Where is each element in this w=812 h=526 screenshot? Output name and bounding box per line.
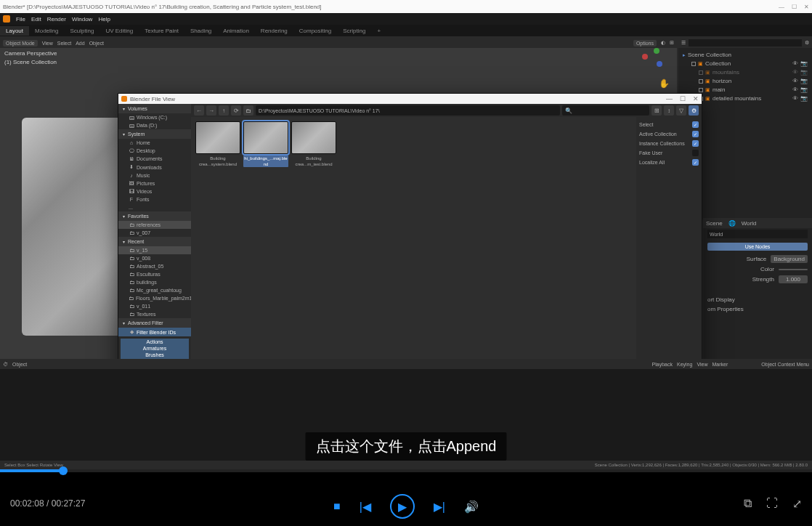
vp-menu-view[interactable]: View (42, 41, 53, 46)
tab-rendering[interactable]: Rendering (255, 26, 293, 36)
maximize-icon[interactable]: ☐ (680, 95, 686, 102)
sidebar-item[interactable]: 🗀Floors_Marble_palm2m1 (118, 294, 191, 302)
sidebar-item[interactable]: ♪Music (118, 171, 191, 179)
surface-value[interactable]: Background (771, 255, 808, 263)
pip-icon[interactable]: ⧉ (744, 497, 752, 511)
sidebar-item[interactable]: 🖼Pictures (118, 179, 191, 187)
menu-file[interactable]: File (16, 16, 25, 23)
nav-fwd-icon[interactable]: → (206, 105, 216, 116)
menu-render[interactable]: Render (47, 16, 66, 23)
outliner-search[interactable] (689, 39, 802, 46)
vp-menu-add[interactable]: Add (76, 41, 84, 46)
sidebar-item[interactable]: 🗀Textures (118, 310, 191, 318)
settings-icon[interactable]: ⛶ (766, 497, 778, 511)
checkbox[interactable]: ✓ (692, 131, 699, 137)
sidebar-item[interactable]: 🗀Mc_great_cuahtoug (118, 286, 191, 294)
sidebar-item[interactable]: 🖴Windows (C:) (118, 113, 191, 121)
section-system[interactable]: System (118, 129, 191, 139)
filter-item[interactable]: Armatures (121, 345, 189, 352)
camera-icon[interactable]: 📷 (800, 86, 808, 94)
tl-playback[interactable]: Playback (652, 362, 673, 367)
minimize-icon[interactable]: — (666, 95, 673, 102)
sidebar-item[interactable]: 🗀Abstract_05 (118, 262, 191, 270)
outliner-type-icon[interactable]: ☰ (681, 40, 686, 46)
tab-scripting[interactable]: Scripting (337, 26, 371, 36)
tl-view[interactable]: View (697, 362, 707, 367)
section-recent[interactable]: Recent (118, 237, 191, 246)
tree-item[interactable]: ▣mountains👁📷 (681, 68, 809, 77)
eye-icon[interactable]: 👁 (792, 94, 798, 103)
menu-window[interactable]: Window (72, 16, 92, 23)
search-input[interactable]: 🔍 (562, 105, 649, 116)
display-mode-icon[interactable]: ⊞ (651, 105, 662, 116)
filter-label[interactable]: ◆Filter Blender IDs (118, 328, 191, 336)
filter-item[interactable]: Actions (121, 339, 189, 345)
tab-shading[interactable]: Shading (184, 26, 217, 36)
eye-icon[interactable]: 👁 (792, 68, 798, 77)
hand-icon[interactable]: ✋ (659, 78, 670, 89)
section-filter[interactable]: Advanced Filter (118, 318, 191, 328)
sidebar-item[interactable]: 🗀v_011 (118, 302, 191, 310)
tab-animation[interactable]: Animation (217, 26, 255, 36)
tab-add[interactable]: + (371, 26, 386, 36)
file-thumb[interactable]: hi_buildings_...maj.blend (243, 121, 288, 167)
checkbox-icon[interactable] (699, 88, 703, 92)
settings-icon[interactable]: ⚙ (689, 105, 699, 116)
props-extra[interactable]: om Properties (707, 306, 744, 312)
camera-icon[interactable]: 📷 (800, 77, 808, 86)
nav-gizmo[interactable] (641, 45, 670, 74)
vp-menu-object[interactable]: Object (89, 41, 104, 46)
eye-icon[interactable]: 👁 (792, 86, 798, 94)
vp-menu-select[interactable]: Select (57, 41, 71, 46)
checkbox-icon[interactable] (691, 62, 696, 66)
sidebar-item[interactable]: 🗀buildings (118, 278, 191, 286)
tl-object[interactable]: Object (12, 362, 27, 367)
tl-keying[interactable]: Keying (677, 362, 692, 367)
volume-icon[interactable]: 🔊 (464, 500, 479, 514)
checkbox-icon[interactable] (699, 70, 703, 75)
checkbox[interactable]: ✓ (692, 140, 699, 147)
tab-texturepaint[interactable]: Texture Paint (139, 26, 184, 36)
stop-icon[interactable]: ■ (333, 500, 341, 513)
sidebar-item[interactable]: 🖵Desktop (118, 147, 191, 155)
sidebar-item[interactable]: 🗀Esculturas (118, 270, 191, 278)
sort-icon[interactable]: ↕ (664, 105, 674, 116)
tree-item[interactable]: ▣Collection👁📷 (681, 60, 809, 68)
overlay-icon[interactable]: ⊞ (670, 40, 674, 46)
file-thumb[interactable]: Building crea...system.blend (195, 121, 240, 167)
nav-newfolder-icon[interactable]: 🗀 (243, 105, 253, 116)
sidebar-item[interactable]: 🗀v_15 (118, 246, 191, 254)
eye-icon[interactable]: 👁 (792, 60, 798, 68)
tab-uvediting[interactable]: UV Editing (100, 26, 139, 36)
filter-icon[interactable]: ⚙ (805, 40, 809, 46)
world-name-input[interactable] (707, 230, 808, 238)
sidebar-item[interactable]: ⌂Home (118, 139, 191, 147)
nav-up-icon[interactable]: ↑ (219, 105, 229, 116)
camera-icon[interactable]: 📷 (800, 60, 808, 68)
close-icon[interactable]: ✕ (804, 4, 809, 10)
play-icon[interactable]: ▶ (390, 494, 415, 519)
maximize-icon[interactable]: ☐ (792, 4, 797, 10)
file-thumb[interactable]: Building crea...m_test.blend (291, 121, 336, 167)
sidebar-item[interactable]: 🎞Videos (118, 187, 191, 195)
mode-selector[interactable]: Object Mode (3, 40, 38, 46)
next-icon[interactable]: ▶| (434, 500, 445, 514)
checkbox-icon[interactable] (699, 79, 703, 84)
sidebar-item[interactable]: 🗀v_007 (118, 229, 191, 237)
sidebar-item[interactable]: ... (118, 203, 191, 211)
tab-compositing[interactable]: Compositing (293, 26, 337, 36)
menu-help[interactable]: Help (98, 16, 110, 23)
tab-scene[interactable]: Scene (706, 220, 723, 227)
sidebar-item[interactable]: 🗀references (118, 221, 191, 229)
section-favorites[interactable]: Favorites (118, 211, 191, 221)
props-extra[interactable]: ort Display (707, 296, 735, 303)
eye-icon[interactable]: 👁 (792, 77, 798, 86)
camera-icon[interactable]: 📷 (800, 68, 808, 77)
sidebar-item[interactable]: ⬇Downloads (118, 163, 191, 171)
nav-refresh-icon[interactable]: ⟳ (231, 105, 241, 116)
tab-modeling[interactable]: Modeling (29, 26, 64, 36)
sidebar-item[interactable]: FFonts (118, 195, 191, 203)
fullscreen-icon[interactable]: ⤢ (792, 497, 802, 511)
progress-bar[interactable] (0, 469, 812, 472)
tl-context[interactable]: Object Context Menu (761, 362, 809, 367)
